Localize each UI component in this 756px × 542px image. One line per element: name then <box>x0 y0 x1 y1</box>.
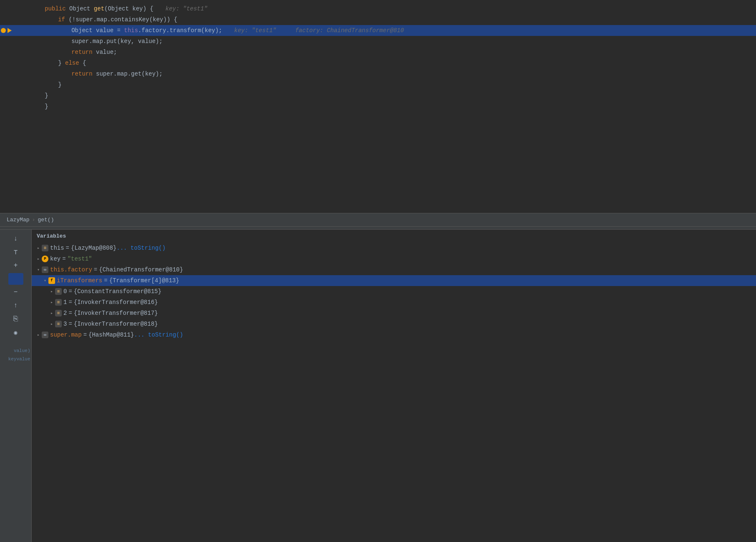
expand-1[interactable] <box>48 299 55 306</box>
var-val-supermap: {HashMap@811} <box>88 332 134 338</box>
var-link-supermap[interactable]: ... toString() <box>134 332 183 338</box>
var-icon-p: P <box>42 256 48 262</box>
var-0[interactable]: ≡ 0 = {ConstantTransformer@815} <box>32 286 756 297</box>
var-val-factory: {ChainedTransformer@810} <box>99 266 183 273</box>
up-button[interactable]: ↑ <box>10 300 22 312</box>
down-arrow-button[interactable]: ↓ <box>10 233 22 245</box>
var-eq: = <box>68 299 72 306</box>
var-name-3: 3 <box>63 321 67 327</box>
filter-button[interactable]: ⊤ <box>10 246 22 258</box>
var-icon-list-0: ≡ <box>55 288 62 295</box>
var-val-1: {InvokerTransformer@816} <box>74 299 158 306</box>
expand-0[interactable] <box>48 288 55 295</box>
breakpoint-dot <box>1 28 6 33</box>
var-icon-f: f <box>48 277 55 284</box>
var-icon-list-2: ≡ <box>55 310 62 317</box>
var-val-2: {InvokerTransformer@817} <box>74 310 158 317</box>
arrow-indicator <box>8 28 12 33</box>
debug-panel: ↓ ⊤ + − ↑ ⎘ ◉ value) keyvalue Variables … <box>0 230 756 542</box>
var-1[interactable]: ≡ 1 = {InvokerTransformer@816} <box>32 297 756 308</box>
code-text: } <box>45 103 48 110</box>
var-3[interactable]: ≡ 3 = {InvokerTransformer@818} <box>32 319 756 329</box>
expand-2[interactable] <box>48 310 55 317</box>
panel-divider <box>0 226 756 230</box>
var-val-itransformers: {Transformer[4]@813} <box>109 277 179 284</box>
var-name-this: this <box>50 245 64 251</box>
code-content: } <box>17 96 749 117</box>
app-container: public Object get(Object key) { key: "te… <box>0 0 756 542</box>
var-eq: = <box>68 288 72 295</box>
var-eq: = <box>94 266 97 273</box>
expand-supermap[interactable] <box>35 332 42 338</box>
var-eq: = <box>83 332 87 338</box>
breadcrumb-bar: LazyMap › get() <box>0 213 756 226</box>
var-name-factory: this.factory <box>50 266 92 273</box>
minus-button[interactable]: − <box>10 286 22 298</box>
expand-itransformers[interactable] <box>42 277 48 284</box>
edge-hint-value: value) <box>1 348 30 353</box>
var-name-2: 2 <box>63 310 67 317</box>
var-icon-inf-supermap: ∞ <box>42 332 48 338</box>
var-name-1: 1 <box>63 299 67 306</box>
var-name-itransformers: iTransformers <box>57 277 102 284</box>
expand-3[interactable] <box>48 321 55 327</box>
edge-hint-keyvalue: keyvalue <box>1 357 30 362</box>
code-line: } <box>0 101 756 112</box>
var-supermap[interactable]: ∞ super.map = {HashMap@811} ... toString… <box>32 329 756 340</box>
var-eq: = <box>68 310 72 317</box>
add-button[interactable]: + <box>10 260 22 271</box>
var-link-this[interactable]: ... toString() <box>116 245 166 251</box>
expand-key[interactable] <box>35 256 42 262</box>
var-eq: = <box>104 277 107 284</box>
var-eq: = <box>68 321 72 327</box>
breadcrumb-item-lazymap[interactable]: LazyMap <box>7 217 30 223</box>
var-val-0: {ConstantTransformer@815} <box>74 288 161 295</box>
breadcrumb-separator: › <box>32 217 35 223</box>
variables-header: Variables <box>32 230 756 243</box>
var-icon-list-1: ≡ <box>55 299 62 306</box>
var-icon-list-3: ≡ <box>55 321 62 327</box>
var-val-key: "test1" <box>68 256 92 262</box>
var-itransformers[interactable]: f iTransformers = {Transformer[4]@813} <box>32 275 756 286</box>
var-key[interactable]: P key = "test1" <box>32 253 756 264</box>
var-this[interactable]: ≡ this = {LazyMap@808} ... toString() <box>32 243 756 253</box>
watch-button[interactable]: ◉ <box>10 327 22 338</box>
expand-factory[interactable] <box>35 266 42 273</box>
var-eq: = <box>62 256 66 262</box>
var-name-key: key <box>50 256 60 262</box>
copy-button[interactable]: ⎘ <box>10 313 22 325</box>
var-name-supermap: super.map <box>50 332 82 338</box>
var-icon-list: ≡ <box>42 245 48 251</box>
var-name-0: 0 <box>63 288 67 295</box>
var-factory[interactable]: ∞ this.factory = {ChainedTransformer@810… <box>32 264 756 275</box>
line-gutter-breakpoint <box>0 28 17 33</box>
var-icon-inf: ∞ <box>42 266 48 273</box>
debug-toolbar: ↓ ⊤ + − ↑ ⎘ ◉ value) keyvalue <box>0 230 32 542</box>
var-val-3: {InvokerTransformer@818} <box>74 321 158 327</box>
var-2[interactable]: ≡ 2 = {InvokerTransformer@817} <box>32 308 756 319</box>
breadcrumb-item-get[interactable]: get() <box>38 217 54 223</box>
blue-active-bar <box>8 273 23 285</box>
code-editor: public Object get(Object key) { key: "te… <box>0 0 756 213</box>
var-val-this: {LazyMap@808} <box>71 245 116 251</box>
variables-panel: Variables ≡ this = {LazyMap@808} ... toS… <box>32 230 756 542</box>
var-eq: = <box>66 245 69 251</box>
expand-this[interactable] <box>35 245 42 251</box>
